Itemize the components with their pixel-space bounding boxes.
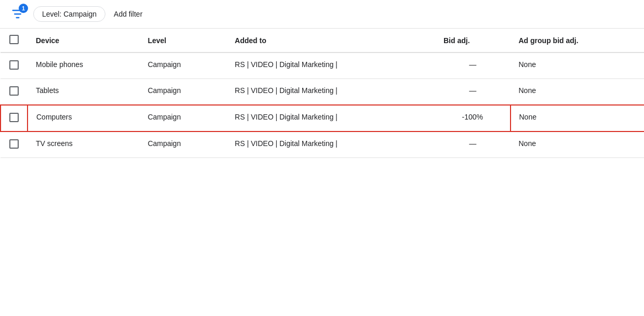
row-checkbox-mobile[interactable]	[9, 60, 19, 70]
toolbar: 1 Level: Campaign Add filter	[0, 0, 644, 29]
added-to-cell-mobile: RS | VIDEO | Digital Marketing |	[226, 52, 435, 79]
device-cell-computers: Computers	[28, 105, 139, 131]
header-added-to: Added to	[226, 29, 435, 52]
ad-group-bid-adj-cell-tablets: None	[511, 79, 645, 106]
bid-adj-cell-mobile: —	[435, 52, 511, 79]
header-checkbox-cell	[1, 29, 28, 52]
ad-group-bid-adj-cell-tv: None	[511, 131, 645, 158]
row-checkbox-tv[interactable]	[9, 139, 19, 149]
table-row-tv: TV screensCampaignRS | VIDEO | Digital M…	[1, 131, 644, 158]
table-row-computers: ComputersCampaignRS | VIDEO | Digital Ma…	[1, 105, 644, 131]
table-row-tablets: TabletsCampaignRS | VIDEO | Digital Mark…	[1, 79, 644, 106]
header-bid-adj: Bid adj.	[435, 29, 511, 52]
header-level: Level	[139, 29, 226, 52]
device-cell-tv: TV screens	[28, 131, 139, 158]
checkbox-cell-tablets	[1, 79, 28, 106]
level-cell-tablets: Campaign	[139, 79, 226, 106]
row-checkbox-computers[interactable]	[9, 113, 19, 122]
added-to-cell-computers: RS | VIDEO | Digital Marketing |	[226, 105, 435, 131]
bid-adj-cell-computers: -100%	[435, 105, 511, 131]
device-cell-mobile: Mobile phones	[28, 52, 139, 79]
level-cell-mobile: Campaign	[139, 52, 226, 79]
filter-icon-button[interactable]: 1	[10, 7, 25, 21]
add-filter-button[interactable]: Add filter	[114, 10, 142, 18]
select-all-checkbox[interactable]	[9, 35, 19, 44]
ad-group-bid-adj-cell-mobile: None	[511, 52, 645, 79]
level-campaign-button[interactable]: Level: Campaign	[33, 6, 105, 22]
header-device: Device	[28, 29, 139, 52]
bid-adj-cell-tv: —	[435, 131, 511, 158]
table-row-mobile: Mobile phonesCampaignRS | VIDEO | Digita…	[1, 52, 644, 79]
bid-adj-cell-tablets: —	[435, 79, 511, 106]
level-cell-tv: Campaign	[139, 131, 226, 158]
level-cell-computers: Campaign	[139, 105, 226, 131]
added-to-cell-tablets: RS | VIDEO | Digital Marketing |	[226, 79, 435, 106]
ad-group-bid-adj-cell-computers: None	[511, 105, 645, 131]
row-checkbox-tablets[interactable]	[9, 86, 19, 96]
table-header-row: Device Level Added to Bid adj. Ad group …	[1, 29, 644, 52]
checkbox-cell-computers	[1, 105, 28, 131]
filter-badge: 1	[19, 4, 28, 13]
device-cell-tablets: Tablets	[28, 79, 139, 106]
checkbox-cell-mobile	[1, 52, 28, 79]
device-bid-table: Device Level Added to Bid adj. Ad group …	[0, 29, 644, 158]
checkbox-cell-tv	[1, 131, 28, 158]
added-to-cell-tv: RS | VIDEO | Digital Marketing |	[226, 131, 435, 158]
header-ad-group-bid-adj: Ad group bid adj.	[511, 29, 645, 52]
